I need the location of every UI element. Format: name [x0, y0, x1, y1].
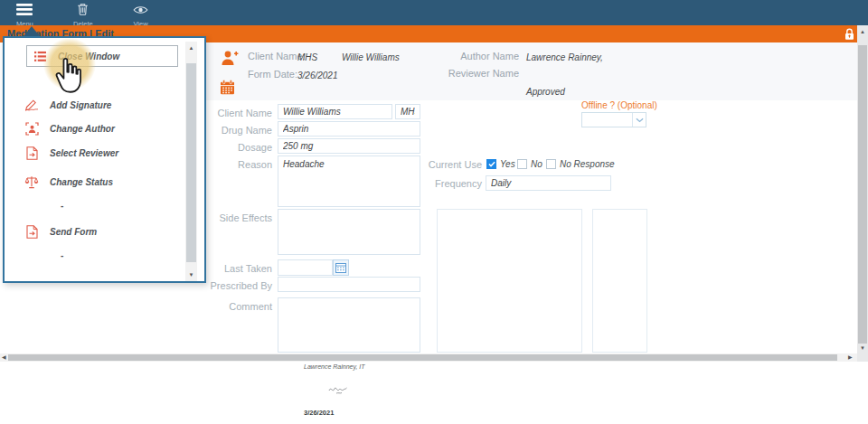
scroll-down-arrow[interactable]: ▼: [857, 345, 868, 351]
menu-item-select-reviewer[interactable]: Select Reviewer: [24, 144, 180, 162]
frequency-label: Frequency: [395, 178, 482, 189]
empty-panel-right: [592, 209, 647, 353]
menu-item-label: Close Window: [58, 52, 119, 61]
current-use-no-label: No: [531, 159, 542, 169]
calendar-icon: [220, 80, 235, 99]
app-window: Menu Delete View Medication Form: [0, 0, 868, 424]
current-use-noresponse-label: No Response: [560, 159, 615, 169]
frequency-input[interactable]: [486, 175, 611, 191]
scroll-up-arrow[interactable]: ▲: [185, 45, 197, 51]
header-form-date: 3/26/2021: [297, 71, 338, 80]
footer-date: 3/26/2021: [304, 409, 334, 417]
scroll-up-arrow[interactable]: ▲: [857, 29, 868, 34]
vertical-scrollbar[interactable]: ▲ ▼: [857, 25, 868, 362]
status-badge: Approved: [526, 87, 565, 97]
client-name-input[interactable]: [278, 104, 392, 119]
hamburger-icon: [16, 3, 33, 19]
trash-icon: [76, 3, 90, 19]
menu-item-separator: -: [24, 70, 180, 88]
menu-scrollbar-thumb[interactable]: [186, 63, 196, 262]
horizontal-scrollbar-thumb[interactable]: [8, 354, 837, 361]
empty-panel-left: [437, 209, 582, 353]
menu-dropdown: Close Window - Add Signature: [3, 36, 206, 283]
header-form-date-label: Form Date:: [248, 69, 297, 80]
current-use-noresponse-checkbox[interactable]: [546, 159, 556, 169]
header-author-name: Lawrence Rainney,: [526, 52, 603, 62]
vertical-scrollbar-thumb[interactable]: [858, 45, 867, 344]
horizontal-scrollbar[interactable]: ◀ ▶: [0, 353, 857, 362]
comment-label: Comment: [185, 301, 272, 312]
client-code-input[interactable]: [395, 104, 420, 119]
current-use-yes-label: Yes: [500, 159, 515, 169]
menu-item-separator: -: [24, 196, 180, 214]
scroll-left-arrow[interactable]: ◀: [2, 354, 6, 361]
signature-icon: [24, 99, 39, 111]
current-use-no-checkbox[interactable]: [517, 159, 527, 169]
comment-textarea[interactable]: [278, 297, 420, 353]
prescribed-by-input[interactable]: [278, 277, 420, 292]
side-effects-textarea[interactable]: [278, 209, 420, 255]
header-client-name: Willie Williams: [342, 52, 400, 62]
header-author-label: Author Name: [429, 51, 519, 61]
scroll-down-arrow[interactable]: ▼: [185, 272, 197, 278]
current-use-label: Current Use: [395, 159, 482, 170]
person-plus-icon: [221, 50, 240, 71]
list-icon: [33, 51, 47, 62]
current-use-yes-checkbox[interactable]: [486, 159, 496, 169]
menu-caret: [24, 26, 40, 36]
eye-icon: [133, 3, 148, 19]
footer-signed-by: Lawrence Rainney, IT: [304, 363, 365, 370]
view-button[interactable]: View: [133, 3, 148, 28]
document-arrow-icon: [24, 146, 39, 160]
menu-item-add-signature[interactable]: Add Signature: [24, 96, 180, 114]
menu-item-label: Select Reviewer: [50, 148, 118, 158]
top-toolbar: Menu Delete View: [0, 0, 868, 25]
menu-item-label: Change Author: [50, 124, 115, 134]
menu-item-send-form[interactable]: Send Form: [24, 222, 180, 240]
last-taken-calendar-button[interactable]: [333, 259, 349, 276]
dosage-input[interactable]: [278, 138, 420, 154]
document-arrow-icon: [24, 225, 39, 239]
menu-item-change-status[interactable]: Change Status: [24, 173, 180, 191]
menu-item-label: Add Signature: [50, 100, 111, 110]
drug-name-input[interactable]: [278, 121, 420, 137]
offline-label: Offline ? (Optional): [581, 100, 657, 110]
menu-button[interactable]: Menu: [16, 3, 33, 28]
scroll-right-arrow[interactable]: ▶: [848, 354, 853, 361]
menu-item-change-author[interactable]: Change Author: [24, 119, 180, 137]
menu-scrollbar[interactable]: ▲ ▼: [185, 42, 197, 281]
last-taken-input[interactable]: [278, 259, 333, 276]
menu-item-label: Send Form: [50, 227, 97, 237]
offline-select[interactable]: [581, 112, 646, 127]
lock-icon[interactable]: [844, 28, 854, 44]
chevron-down-icon: [632, 113, 646, 127]
menu-item-close-window[interactable]: Close Window: [26, 45, 178, 67]
scales-icon: [24, 175, 39, 189]
menu-item-separator: -: [24, 246, 180, 264]
header-reviewer-label: Reviewer Name: [420, 68, 519, 79]
change-author-icon: [24, 122, 39, 136]
header-client-code: MHS: [297, 52, 317, 62]
delete-button[interactable]: Delete: [73, 3, 93, 28]
menu-item-label: Change Status: [50, 177, 113, 187]
signature-scribble: [327, 383, 351, 400]
